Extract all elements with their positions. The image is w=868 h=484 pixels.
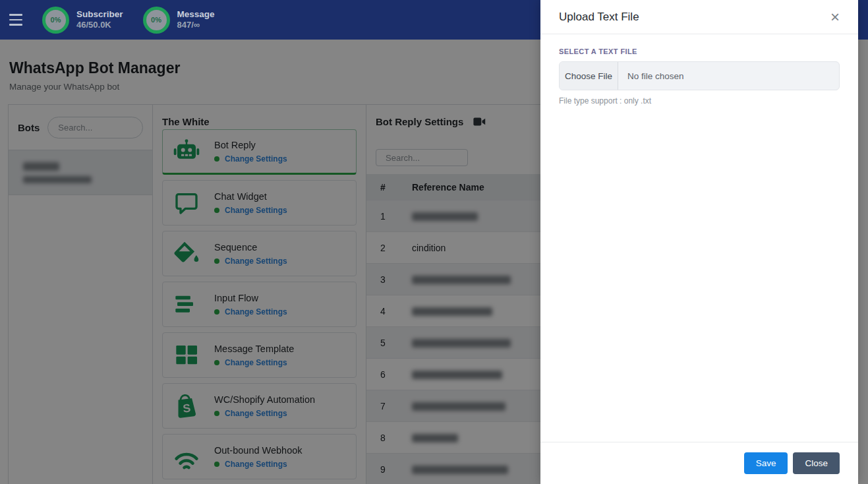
whatsapp-bot-manager-app: 0% Subscriber 46/50.0K 0% Message 847/∞ … [0, 0, 868, 484]
modal-body: SELECT A TEXT FILE Choose File No file c… [540, 34, 858, 442]
redacted-reference-name [412, 402, 506, 411]
redacted-reference-name [412, 466, 508, 474]
shopify-bag-icon: S [172, 392, 201, 421]
change-settings-link[interactable]: Change Settings [214, 257, 287, 266]
subscriber-label: Subscriber [76, 9, 123, 20]
status-dot [214, 208, 219, 213]
feature-card-outbound-webhook[interactable]: Out-bound Webhook Change Settings [162, 434, 357, 479]
bot-list-item-selected[interactable] [9, 150, 152, 195]
status-dot [214, 411, 219, 416]
change-settings-link[interactable]: Change Settings [214, 307, 287, 317]
redacted-reference-name [412, 307, 492, 316]
change-settings-link[interactable]: Change Settings [214, 154, 287, 164]
redacted-reference-name [412, 212, 478, 221]
input-bars-icon [172, 290, 201, 319]
feature-card-bot-reply[interactable]: Bot Reply Change Settings [162, 129, 357, 175]
change-settings-link[interactable]: Change Settings [214, 358, 294, 367]
feature-card-message-template[interactable]: Message Template Change Settings [162, 332, 357, 378]
page-title: WhatsApp Bot Manager [9, 59, 180, 77]
video-camera-icon[interactable] [473, 117, 486, 127]
feature-name: Sequence [214, 242, 287, 253]
page-subtitle: Manage your WhatsApp bot [9, 82, 119, 92]
feature-card-chat-widget[interactable]: Chat Widget Change Settings [162, 180, 357, 226]
upload-text-file-modal: Upload Text File × SELECT A TEXT FILE Ch… [540, 0, 858, 484]
feature-name: Message Template [214, 344, 294, 354]
status-dot [214, 462, 219, 467]
redacted-reference-name [412, 276, 511, 284]
file-type-helper-text: File type support : only .txt [559, 96, 840, 106]
redacted-bot-name [23, 162, 59, 171]
reference-search-input[interactable] [376, 149, 468, 166]
status-dot [214, 258, 219, 264]
modal-title: Upload Text File [559, 11, 639, 24]
feature-cards: Bot Reply Change Settings [153, 129, 366, 484]
svg-text:S: S [182, 401, 191, 415]
feature-card-shopify-automation[interactable]: S WC/Shopify Automation Change Settings [162, 383, 357, 429]
redacted-reference-name [412, 339, 511, 348]
bots-search-input[interactable] [47, 117, 143, 138]
bots-panel-title: Bots [18, 122, 40, 133]
modal-header: Upload Text File × [540, 0, 858, 34]
features-panel: The White [153, 105, 366, 484]
save-button[interactable]: Save [744, 452, 788, 474]
feature-name: Input Flow [214, 293, 287, 303]
chat-bubble-icon [172, 189, 201, 218]
feature-name: Out-bound Webhook [214, 445, 303, 456]
close-button[interactable]: Close [793, 452, 840, 474]
file-upload-input[interactable]: Choose File No file chosen [559, 61, 840, 90]
subscriber-value: 46/50.0K [76, 20, 123, 31]
status-dot [214, 360, 219, 365]
subscriber-progress-ring: 0% [42, 7, 69, 34]
settings-panel-title: Bot Reply Settings [376, 116, 463, 127]
feature-card-sequence[interactable]: Sequence Change Settings [162, 231, 357, 276]
feature-card-input-flow[interactable]: Input Flow Change Settings [162, 282, 357, 327]
redacted-reference-name [412, 371, 502, 379]
features-panel-header: The White [153, 105, 366, 129]
change-settings-link[interactable]: Change Settings [214, 409, 315, 418]
status-dot [214, 309, 219, 315]
paint-bucket-icon [172, 239, 201, 268]
feature-name: Chat Widget [214, 191, 287, 202]
feature-name: WC/Shopify Automation [214, 394, 315, 405]
modal-footer: Save Close [540, 442, 858, 484]
column-header-number: # [366, 174, 411, 200]
redacted-bot-number [23, 176, 92, 183]
file-field-label: SELECT A TEXT FILE [559, 47, 840, 55]
reference-name: cindition [412, 243, 446, 253]
choose-file-button[interactable]: Choose File [560, 62, 618, 90]
grid-icon [172, 341, 201, 370]
change-settings-link[interactable]: Change Settings [214, 460, 303, 469]
change-settings-link[interactable]: Change Settings [214, 206, 287, 215]
features-panel-title: The White [162, 116, 210, 127]
no-file-chosen-text: No file chosen [618, 71, 684, 81]
wifi-arcs-icon [172, 442, 201, 471]
message-progress-ring: 0% [143, 7, 170, 34]
subscriber-stat: 0% Subscriber 46/50.0K [42, 7, 123, 34]
bots-panel: Bots [9, 105, 153, 484]
message-value: 847/∞ [177, 20, 215, 31]
feature-name: Bot Reply [214, 140, 287, 150]
message-stat: 0% Message 847/∞ [143, 7, 215, 34]
robot-icon [172, 137, 201, 166]
status-dot [214, 156, 219, 162]
redacted-reference-name [412, 434, 458, 442]
message-label: Message [177, 9, 215, 20]
hamburger-menu-icon[interactable] [9, 14, 22, 26]
bots-panel-header: Bots [9, 105, 152, 150]
close-icon[interactable]: × [830, 9, 840, 25]
